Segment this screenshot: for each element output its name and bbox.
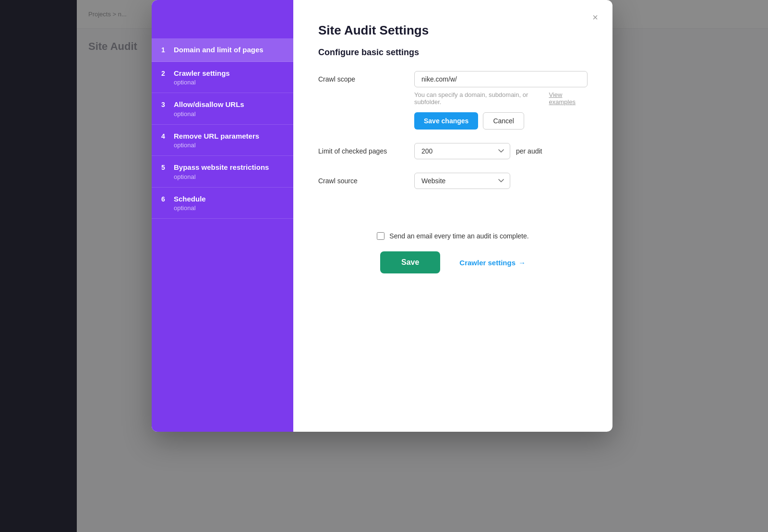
crawl-scope-hint: You can specify a domain, subdomain, or … xyxy=(414,91,546,106)
cancel-button[interactable]: Cancel xyxy=(483,112,524,130)
crawl-source-select[interactable]: WebsiteSitemapWebsite & Sitemap xyxy=(414,173,510,189)
sidebar-item-1[interactable]: 1 Domain and limit of pages xyxy=(152,38,293,62)
crawler-arrow-icon: → xyxy=(518,259,526,267)
nav-optional-5: optional xyxy=(174,173,269,180)
modal-overlay: 1 Domain and limit of pages 2 Crawler se… xyxy=(0,0,768,532)
crawl-scope-control: You can specify a domain, subdomain, or … xyxy=(414,71,588,130)
modal-main-content: × Site Audit Settings Configure basic se… xyxy=(293,0,612,432)
nav-number-3: 3 xyxy=(161,101,169,108)
nav-number-1: 1 xyxy=(161,46,169,54)
save-changes-button[interactable]: Save changes xyxy=(414,112,478,130)
footer-actions: Save Crawler settings → xyxy=(318,251,588,273)
nav-title-6: Schedule xyxy=(174,194,206,204)
section-title: Configure basic settings xyxy=(318,47,588,58)
limit-select[interactable]: 1002005001000200050002000050000100000150… xyxy=(414,143,510,159)
email-notification-row: Send an email every time an audit is com… xyxy=(318,232,588,240)
nav-title-5: Bypass website restrictions xyxy=(174,163,269,172)
nav-title-2: Crawler settings xyxy=(174,69,230,78)
crawl-scope-input[interactable] xyxy=(414,71,588,87)
modal-title: Site Audit Settings xyxy=(318,23,588,38)
limit-label: Limit of checked pages xyxy=(318,143,414,155)
nav-title-3: Allow/disallow URLs xyxy=(174,100,244,109)
nav-number-5: 5 xyxy=(161,164,169,171)
nav-number-2: 2 xyxy=(161,70,169,77)
nav-optional-2: optional xyxy=(174,79,230,86)
nav-optional-6: optional xyxy=(174,204,206,212)
crawl-scope-row: Crawl scope You can specify a domain, su… xyxy=(318,71,588,130)
crawl-source-row: Crawl source WebsiteSitemapWebsite & Sit… xyxy=(318,173,588,189)
modal-sidebar: 1 Domain and limit of pages 2 Crawler se… xyxy=(152,0,293,432)
email-checkbox[interactable] xyxy=(377,232,384,240)
crawl-scope-label: Crawl scope xyxy=(318,71,414,83)
nav-optional-4: optional xyxy=(174,142,259,149)
email-label[interactable]: Send an email every time an audit is com… xyxy=(389,232,528,240)
nav-number-4: 4 xyxy=(161,132,169,140)
crawler-settings-label: Crawler settings xyxy=(459,259,516,267)
nav-number-6: 6 xyxy=(161,195,169,203)
view-examples-link[interactable]: View examples xyxy=(549,91,588,106)
nav-title-1: Domain and limit of pages xyxy=(174,45,264,55)
save-button[interactable]: Save xyxy=(380,251,440,273)
close-button[interactable]: × xyxy=(588,10,603,25)
crawler-settings-link[interactable]: Crawler settings → xyxy=(459,259,526,267)
crawl-source-label: Crawl source xyxy=(318,173,414,185)
nav-title-4: Remove URL parameters xyxy=(174,131,259,141)
sidebar-item-6[interactable]: 6 Schedule optional xyxy=(152,188,293,219)
sidebar-item-5[interactable]: 5 Bypass website restrictions optional xyxy=(152,156,293,188)
sidebar-item-2[interactable]: 2 Crawler settings optional xyxy=(152,62,293,94)
modal-footer: Send an email every time an audit is com… xyxy=(318,218,588,273)
limit-row: Limit of checked pages 10020050010002000… xyxy=(318,143,588,159)
sidebar-item-3[interactable]: 3 Allow/disallow URLs optional xyxy=(152,93,293,125)
site-audit-settings-modal: 1 Domain and limit of pages 2 Crawler se… xyxy=(152,0,612,432)
nav-optional-3: optional xyxy=(174,110,244,118)
crawl-source-control: WebsiteSitemapWebsite & Sitemap xyxy=(414,173,588,189)
limit-control: 1002005001000200050002000050000100000150… xyxy=(414,143,588,159)
sidebar-item-4[interactable]: 4 Remove URL parameters optional xyxy=(152,125,293,156)
per-audit-text: per audit xyxy=(516,147,542,155)
